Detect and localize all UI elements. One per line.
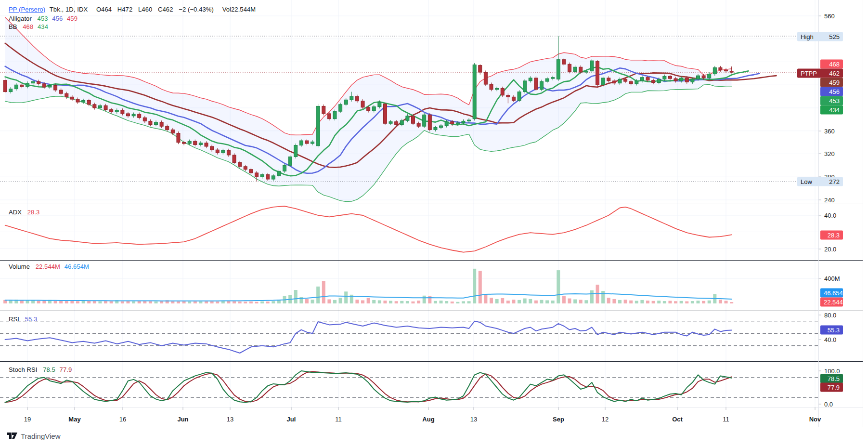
- bb-legend[interactable]: BB 468 434: [9, 23, 48, 30]
- stoch-label: Stoch RSI: [9, 366, 37, 373]
- scale-tick-40.0: 40.0: [824, 212, 836, 219]
- tradingview-chart-page: PP (Persero) Tbk., 1D, IDX O464 H472 L46…: [0, 0, 868, 446]
- bb-label: BB: [9, 23, 17, 30]
- time-axis-label-jun: Jun: [177, 416, 188, 423]
- stoch-d-badge: 77.9: [820, 383, 843, 392]
- volume-value: 22.544M: [36, 263, 60, 270]
- scale-tick-40.0: 40.0: [824, 336, 836, 343]
- time-axis-label-13: 13: [470, 416, 477, 423]
- scale-tick-80.0: 80.0: [824, 312, 836, 319]
- vol-badge: 22.544M: [820, 298, 843, 307]
- alligator-jaw-value: 459: [67, 15, 78, 22]
- high-badge: High525: [797, 32, 843, 41]
- alligator-lips-value: 453: [38, 15, 48, 22]
- bb-upper-badge: 468: [820, 60, 843, 69]
- scale-tick-0.0: 0.0: [824, 401, 833, 408]
- lips-badge: 453: [820, 96, 843, 105]
- symbol-legend: PP (Persero) Tbk., 1D, IDX O464 H472 L46…: [9, 6, 256, 13]
- time-axis-label-11: 11: [723, 416, 729, 423]
- alligator-teeth-value: 456: [52, 15, 63, 22]
- bb-lower-badge: 434: [820, 105, 843, 115]
- vol-value: 22.544M: [231, 6, 256, 13]
- ohlc-open: O464: [96, 6, 112, 13]
- time-axis-label-sep: Sep: [553, 416, 564, 423]
- rsi-value: 55.3: [25, 315, 38, 323]
- alligator-label: Alligator: [9, 15, 32, 22]
- scale-tick-320: 320: [824, 150, 835, 157]
- rsi-badge: 55.3: [820, 326, 843, 335]
- rsi-legend[interactable]: RSI 55.3: [9, 315, 37, 323]
- scale-tick-240: 240: [824, 197, 835, 204]
- stoch-k-badge: 78.5: [820, 374, 843, 383]
- scale-tick-100.0: 100.0: [824, 367, 840, 375]
- adx-value: 28.3: [27, 209, 40, 216]
- rsi-label: RSI: [9, 315, 19, 323]
- bb-upper-value: 468: [23, 23, 33, 30]
- chart-canvas[interactable]: [0, 0, 868, 446]
- volma-badge: 46.654M: [820, 289, 843, 298]
- adx-badge: 28.3: [820, 231, 843, 240]
- scale-tick-360: 360: [824, 128, 835, 135]
- time-axis-label-oct: Oct: [672, 416, 683, 423]
- symbol-suffix: Tbk., 1D, IDX: [50, 6, 88, 13]
- vol-label: Vol: [222, 6, 231, 13]
- scale-tick-560: 560: [824, 13, 835, 20]
- time-axis-label-may: May: [68, 416, 80, 423]
- teeth-badge: 456: [820, 87, 843, 96]
- time-axis-label-19: 19: [24, 416, 31, 423]
- volume-label: Volume: [9, 263, 30, 270]
- low-badge: Low272: [797, 177, 843, 186]
- volume-pane: [3, 269, 733, 303]
- stoch-k-value: 78.5: [43, 366, 55, 373]
- scale-tick-20.0: 20.0: [824, 246, 836, 253]
- time-axis-label-11: 11: [335, 416, 342, 423]
- time-axis-label-16: 16: [119, 416, 126, 423]
- stoch-legend[interactable]: Stoch RSI 78.5 77.9: [9, 366, 72, 373]
- symbol-link[interactable]: PP (Persero): [9, 6, 45, 13]
- ohlc-close: C462: [158, 6, 173, 13]
- volume-ma-value: 46.654M: [65, 263, 89, 270]
- pane-separators: [0, 0, 863, 427]
- tradingview-brand-text: TradingView: [21, 432, 61, 440]
- tradingview-logo-icon: [7, 433, 17, 440]
- volume-legend[interactable]: Volume 22.544M 46.654M: [9, 263, 89, 270]
- last-price-badge: PTPP462: [797, 69, 843, 78]
- time-axis-label-jul: Jul: [287, 416, 296, 423]
- alligator-legend[interactable]: Alligator 453 456 459: [9, 15, 78, 22]
- ohlc-change: −2 (−0.43%): [179, 6, 214, 13]
- time-axis-label-13: 13: [227, 416, 233, 423]
- scale-tick-400M: 400M: [824, 275, 840, 282]
- stoch-d-value: 77.9: [60, 366, 72, 373]
- ohlc-high: H472: [117, 6, 132, 13]
- ohlc-low: L460: [138, 6, 152, 13]
- time-axis-label-nov: Nov: [809, 416, 821, 423]
- time-axis-label-aug: Aug: [422, 416, 434, 423]
- time-axis-label-12: 12: [602, 416, 609, 423]
- tradingview-attribution[interactable]: TradingView: [7, 432, 61, 440]
- adx-legend[interactable]: ADX 28.3: [9, 209, 39, 216]
- adx-pane: [5, 206, 732, 252]
- bb-lower-value: 434: [38, 23, 48, 30]
- adx-label: ADX: [9, 209, 22, 216]
- jaw-badge: 459: [820, 78, 843, 87]
